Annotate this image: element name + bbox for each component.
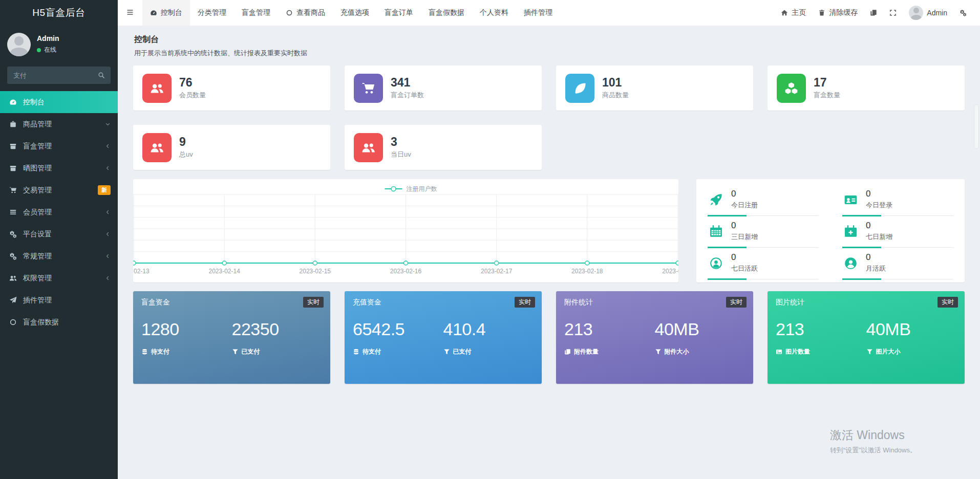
clear-cache-button[interactable]: 清除缓存 — [812, 0, 864, 26]
quick-stat-value: 0 — [731, 253, 758, 262]
windows-activation-watermark: 激活 Windows 转到“设置”以激活 Windows。 — [830, 427, 917, 455]
scrollbar-thumb[interactable] — [974, 105, 978, 148]
info-cards-row: 盲盒资金 实时 1280 待支付 22350 已支付 充值资金 实时 — [133, 291, 965, 384]
info-card-left-value: 213 — [776, 319, 866, 339]
circle-icon — [8, 318, 18, 326]
quick-stat-value: 0 — [866, 189, 892, 198]
leaf-icon — [565, 74, 594, 103]
page-subtitle: 用于展示当前系统中的统计数据、统计报表及重要实时数据 — [134, 49, 964, 58]
stat-card-当日uv: 3 当日uv — [345, 125, 542, 170]
nav-tab-category[interactable]: 分类管理 — [190, 0, 234, 26]
gauge-icon — [150, 9, 157, 16]
app-title: H5盲盒后台 — [0, 0, 118, 26]
page-title: 控制台 — [134, 34, 964, 45]
info-card-right-value: 22350 — [232, 319, 323, 339]
home-link[interactable]: 主页 — [775, 0, 812, 26]
nav-tab-fake-data[interactable]: 盲盒假数据 — [421, 0, 472, 26]
sidebar-item-photos[interactable]: 晒图管理 — [0, 157, 118, 179]
svg-text:2023-02-17: 2023-02-17 — [481, 268, 513, 275]
nav-tab-view-goods[interactable]: 查看商品 — [278, 0, 333, 26]
sidebar-item-goods[interactable]: 商品管理 — [0, 113, 118, 135]
filter-icon — [655, 349, 662, 355]
quick-stat-value: 0 — [866, 221, 892, 230]
nav-tab-plugins[interactable]: 插件管理 — [516, 0, 560, 26]
svg-text:注册用户数: 注册用户数 — [407, 185, 437, 192]
user-name: Admin — [37, 34, 59, 42]
hamburger-icon — [126, 8, 134, 17]
search-input[interactable] — [7, 67, 92, 84]
quick-stat-label: 今日登录 — [866, 201, 892, 210]
stat-value: 101 — [602, 76, 629, 89]
chevron-left-icon — [105, 275, 111, 281]
sidebar-item-label: 常规管理 — [23, 252, 100, 261]
search-button[interactable] — [92, 67, 111, 84]
users-icon — [142, 133, 172, 162]
calendar-plus-icon — [842, 225, 859, 238]
settings-button[interactable] — [953, 0, 973, 26]
home-icon — [781, 9, 788, 16]
stat-value: 3 — [391, 136, 411, 148]
info-card-right-label: 图片大小 — [876, 347, 901, 356]
info-card-title: 充值资金 — [353, 298, 381, 306]
info-card-right-value: 40MB — [866, 319, 957, 339]
nav-tab-dashboard[interactable]: 控制台 — [142, 0, 190, 26]
content: 控制台 用于展示当前系统中的统计数据、统计报表及重要实时数据 76 会员数量 3… — [118, 26, 980, 479]
sidebar-item-fake-data[interactable]: 盲盒假数据 — [0, 311, 118, 333]
info-card-title: 图片统计 — [776, 298, 804, 306]
sidebar-item-general[interactable]: 常规管理 — [0, 245, 118, 267]
calendar-icon — [708, 225, 724, 238]
stat-value: 9 — [179, 136, 193, 148]
stat-label: 商品数量 — [602, 91, 629, 100]
stat-card-盲盒数量: 17 盲盒数量 — [768, 66, 965, 111]
sidebar-toggle-button[interactable] — [118, 0, 142, 26]
sidebar-item-dashboard[interactable]: 控制台 — [0, 91, 118, 113]
bag-icon — [8, 120, 18, 128]
quick-stat-label: 月活跃 — [866, 264, 886, 273]
nav-tab-label: 查看商品 — [296, 8, 325, 17]
sidebar-item-platform-settings[interactable]: 平台设置 — [0, 223, 118, 245]
nav-tab-blindbox[interactable]: 盲盒管理 — [234, 0, 278, 26]
chevron-left-icon — [105, 253, 111, 259]
sidebar-item-label: 盲盒管理 — [23, 142, 100, 151]
sidebar-item-trade[interactable]: 交易管理 新 — [0, 179, 118, 201]
sidebar-item-label: 控制台 — [23, 98, 105, 107]
quick-stat-three-day-new: 0 三日新增 — [708, 216, 819, 248]
fullscreen-button[interactable] — [883, 0, 903, 26]
quick-stats-card: 0 今日注册 0 今日登录 0 三日新增 0 七日新增 — [696, 179, 965, 282]
home-label: 主页 — [792, 8, 806, 17]
sidebar-item-label: 晒图管理 — [23, 164, 100, 173]
sidebar-item-members[interactable]: 会员管理 — [0, 201, 118, 223]
nav-tab-recharge[interactable]: 充值选项 — [333, 0, 377, 26]
stat-label: 盲盒数量 — [814, 91, 840, 100]
nav-tab-label: 充值选项 — [340, 8, 369, 17]
trash-icon — [818, 9, 825, 16]
nav-tab-profile[interactable]: 个人资料 — [472, 0, 516, 26]
quick-stat-label: 今日注册 — [731, 201, 758, 210]
sidebar-menu: 控制台 商品管理 盲盒管理 晒图管理 交易管理 新 会员管理 平台设置 常规管理… — [0, 91, 118, 333]
sidebar: H5盲盒后台 Admin 在线 控制台 商品管理 盲盒管理 晒图管理 — [0, 0, 118, 479]
database-icon — [353, 349, 359, 355]
user-menu[interactable]: Admin — [903, 0, 953, 26]
realtime-badge: 实时 — [303, 297, 324, 308]
stat-card-商品数量: 101 商品数量 — [556, 66, 753, 111]
sidebar-item-permissions[interactable]: 权限管理 — [0, 267, 118, 289]
stat-cards-grid: 76 会员数量 341 盲盒订单数 101 商品数量 17 盲盒数量 9 总uv… — [133, 66, 965, 170]
nav-tab-orders[interactable]: 盲盒订单 — [377, 0, 421, 26]
sidebar-item-label: 权限管理 — [23, 274, 100, 283]
navbar-username: Admin — [927, 9, 947, 17]
user-panel: Admin 在线 — [0, 26, 118, 61]
sidebar-item-blindbox[interactable]: 盲盒管理 — [0, 135, 118, 157]
filter-icon — [232, 349, 239, 355]
info-card-title: 盲盒资金 — [141, 298, 170, 306]
info-card-left-label: 待支付 — [363, 347, 381, 356]
stat-label: 会员数量 — [179, 91, 206, 100]
navbar-right: 主页 清除缓存 Admin — [775, 0, 980, 26]
users-icon — [8, 274, 18, 282]
sidebar-item-plugins[interactable]: 插件管理 — [0, 289, 118, 311]
stat-value: 341 — [391, 76, 424, 89]
stat-value: 76 — [179, 76, 206, 89]
copy-docs-button[interactable] — [864, 0, 883, 26]
nav-tab-label: 控制台 — [161, 8, 182, 17]
stat-label: 盲盒订单数 — [391, 91, 424, 100]
quick-stat-today-register: 0 今日注册 — [708, 184, 819, 216]
